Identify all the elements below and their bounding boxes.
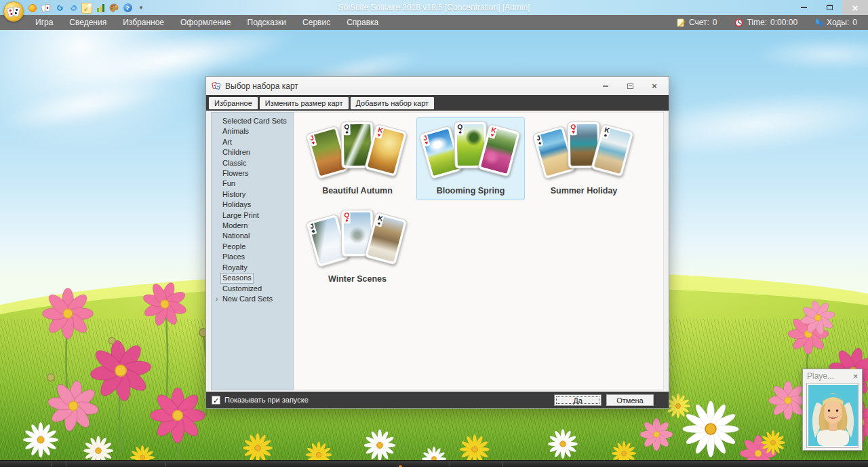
new-game-icon[interactable] xyxy=(27,3,38,14)
category-selected-card-sets[interactable]: Selected Card Sets xyxy=(212,116,293,126)
score-label: Счет: xyxy=(689,18,709,27)
magic-wand-icon[interactable] xyxy=(81,3,92,14)
card-set-winter-scenes[interactable]: J♣ Q♦ K♠ Winter Scenes xyxy=(303,206,412,288)
category-flowers[interactable]: Flowers xyxy=(212,168,293,179)
dialog-footer: ✓ Показывать при запуске Да Отмена xyxy=(206,392,669,408)
card-fan: J♣ Q♦ K♠ xyxy=(304,206,411,272)
card-set-dialog: Выбор набора карт × Избранное Изменить р… xyxy=(205,76,669,409)
category-history[interactable]: History xyxy=(212,189,293,200)
minimize-button[interactable] xyxy=(791,0,816,15)
help-icon[interactable]: ? xyxy=(122,3,133,14)
player-close-icon[interactable]: × xyxy=(854,372,858,380)
taskbar-app-icon[interactable] xyxy=(397,462,403,467)
menu-appearance[interactable]: Оформление xyxy=(172,15,239,30)
taskbar[interactable] xyxy=(0,460,868,467)
status-bar: Счет: 0 Time: 0:00:00 Ходы: 0 xyxy=(677,18,868,27)
dialog-minimize-button[interactable] xyxy=(601,81,610,91)
taskbar-divider xyxy=(51,462,52,467)
category-fun[interactable]: Fun xyxy=(212,179,293,189)
dialog-title: Выбор набора карт xyxy=(225,81,298,91)
dialog-main: Selected Card Sets Animals Art Children … xyxy=(206,111,669,390)
cloud xyxy=(753,37,868,71)
card-set-beautiful-autumn[interactable]: J♥ Q♠ K♥ Beautiful Autumn xyxy=(303,117,412,200)
score-status: Счет: 0 xyxy=(677,18,717,27)
category-national[interactable]: National xyxy=(212,231,293,241)
statistics-icon[interactable] xyxy=(95,3,106,14)
favorites-button[interactable]: Избранное xyxy=(209,97,258,109)
dialog-icon xyxy=(212,81,221,91)
menu-help[interactable]: Справка xyxy=(338,15,387,30)
expander-icon[interactable]: › xyxy=(214,294,220,304)
dialog-maximize-button[interactable] xyxy=(625,81,635,91)
category-modern[interactable]: Modern xyxy=(212,221,293,231)
solsuite-window: SolSuite Solitaire 2018 v18.5 [Concentra… xyxy=(0,0,868,467)
menu-info[interactable]: Сведения xyxy=(61,15,115,30)
moves-value: 0 xyxy=(852,18,857,27)
show-at-startup-checkbox[interactable]: ✓ xyxy=(212,396,220,405)
more-commands-icon[interactable]: ▾ xyxy=(136,3,146,14)
time-value: 0:00:00 xyxy=(770,18,797,27)
taskbar-divider xyxy=(450,462,450,467)
palette-icon[interactable] xyxy=(108,3,119,14)
dialog-toolbar: Избранное Изменить размер карт Добавить … xyxy=(206,95,669,111)
menu-bar: Игра Сведения Избранное Оформление Подск… xyxy=(0,15,868,30)
moves-status: Ходы: 0 xyxy=(815,18,857,27)
cancel-button[interactable]: Отмена xyxy=(606,394,654,406)
taskbar-divider xyxy=(66,462,66,467)
category-large-print[interactable]: Large Print xyxy=(212,210,293,221)
undo-icon[interactable] xyxy=(54,3,65,14)
card-set-grid: J♥ Q♠ K♥ Beautiful Autumn J♥ Q♠ K♥ Bloom… xyxy=(294,112,664,390)
category-classic[interactable]: Classic xyxy=(212,158,293,168)
category-royalty[interactable]: Royalty xyxy=(212,263,293,273)
clock-icon xyxy=(734,18,743,27)
player-window: Playe... × xyxy=(802,369,863,451)
category-children[interactable]: Children xyxy=(212,147,293,157)
card-set-name: Winter Scenes xyxy=(304,274,411,284)
window-controls: × xyxy=(791,0,868,15)
card-set-name: Summer Holiday xyxy=(530,186,637,195)
category-new-card-sets[interactable]: ›New Card Sets xyxy=(212,294,293,304)
category-customized[interactable]: Customized xyxy=(212,284,293,294)
category-art[interactable]: Art xyxy=(212,137,293,147)
quick-access-toolbar: ? ▾ xyxy=(27,2,146,14)
footer-buttons: Да Отмена xyxy=(554,394,663,406)
time-label: Time: xyxy=(747,18,767,27)
resize-cards-button[interactable]: Изменить размер карт xyxy=(260,97,349,109)
category-animals[interactable]: Animals xyxy=(212,126,293,136)
dialog-controls: × xyxy=(601,81,663,91)
card-fan: J♠ Q♥ K♠ xyxy=(530,118,637,184)
dialog-titlebar[interactable]: Выбор набора карт × xyxy=(206,77,669,95)
pencil-icon xyxy=(677,18,686,27)
redo-icon[interactable] xyxy=(68,3,79,14)
category-list: Selected Card Sets Animals Art Children … xyxy=(211,112,294,390)
moves-label: Ходы: xyxy=(827,18,849,27)
card-set-name: Blooming Spring xyxy=(417,186,524,195)
ok-button[interactable]: Да xyxy=(554,394,601,406)
category-seasons[interactable]: Seasons xyxy=(212,273,293,283)
close-button[interactable]: × xyxy=(842,0,868,15)
card-fan: J♥ Q♠ K♥ xyxy=(304,118,411,184)
app-logo-icon[interactable] xyxy=(3,1,24,22)
category-people[interactable]: People xyxy=(212,242,293,252)
player-avatar xyxy=(806,383,859,448)
dialog-close-button[interactable]: × xyxy=(650,81,659,91)
menu-hints[interactable]: Подсказки xyxy=(239,15,295,30)
taskbar-divider xyxy=(165,462,166,467)
add-card-set-button[interactable]: Добавить набор карт xyxy=(351,97,435,109)
menu-game[interactable]: Игра xyxy=(27,15,61,30)
player-titlebar[interactable]: Playe... × xyxy=(803,369,862,383)
taskbar-divider xyxy=(502,462,502,467)
category-places[interactable]: Places xyxy=(212,252,293,262)
card-set-name: Beautiful Autumn xyxy=(304,186,411,195)
menu-service[interactable]: Сервис xyxy=(294,15,338,30)
player-title: Playe... xyxy=(807,371,834,381)
maximize-button[interactable] xyxy=(816,0,842,15)
menu-favorites[interactable]: Избранное xyxy=(115,15,172,30)
card-set-blooming-spring[interactable]: J♥ Q♠ K♥ Blooming Spring xyxy=(416,117,525,200)
card-set-summer-holiday[interactable]: J♠ Q♥ K♠ Summer Holiday xyxy=(530,117,638,200)
time-status: Time: 0:00:00 xyxy=(734,18,797,27)
score-value: 0 xyxy=(713,18,717,27)
card-deck-icon[interactable] xyxy=(41,3,52,14)
show-at-startup-label[interactable]: Показывать при запуске xyxy=(224,396,309,404)
category-holidays[interactable]: Holidays xyxy=(212,200,293,210)
